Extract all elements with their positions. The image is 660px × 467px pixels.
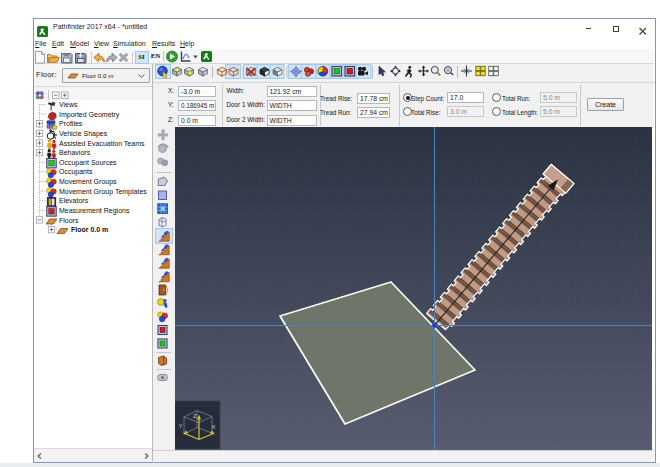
svg-text:Movement Group Templates: Movement Group Templates [59,188,147,196]
svg-text:X: X [212,424,216,430]
svg-text:Movement Groups: Movement Groups [59,178,117,186]
svg-text:Vehicle Shapes: Vehicle Shapes [59,130,108,138]
svg-text:Occupants: Occupants [59,168,93,176]
svg-text:Assisted Evacuation Teams: Assisted Evacuation Teams [59,140,145,147]
svg-text:Behaviors: Behaviors [59,149,91,156]
svg-text:Floor 0.0 m: Floor 0.0 m [71,226,108,233]
svg-text:Occupant Sources: Occupant Sources [59,159,117,167]
svg-text:Elevators: Elevators [59,197,89,204]
svg-text:Z: Z [193,413,197,419]
svg-text:Floors: Floors [59,217,79,224]
svg-text:Measurement Regions: Measurement Regions [59,207,130,215]
svg-text:Y: Y [179,423,183,429]
